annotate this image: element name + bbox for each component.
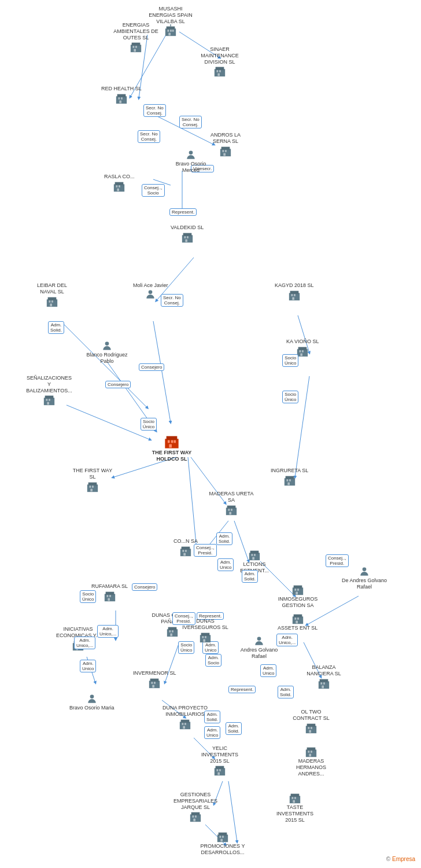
copyright: © Empresa [386,856,415,862]
svg-rect-45 [217,73,220,76]
svg-rect-59 [116,185,118,187]
taste-investments-node: TASTE INVESTMENTS 2015 SL [272,792,318,823]
svg-rect-82 [302,350,304,352]
maderas-ureta-label: MADERAS URETA SA [208,491,254,503]
maderas-ureta-node: MADERAS URETA SA [208,491,254,516]
yelic-node: YELIC INVESTMENTS 2015 SL [197,745,243,777]
svg-rect-169 [216,766,224,770]
svg-rect-101 [285,476,294,479]
svg-rect-175 [308,751,310,753]
svg-rect-124 [109,595,111,597]
svg-rect-132 [168,627,177,630]
svg-rect-130 [296,592,298,595]
ambientales-node: ENERGIAS AMBIENTALES DE OUTES SL [113,22,159,53]
gestiones-label: GESTIONES EMPRESARIALES JARQUE SL [172,792,219,810]
svg-rect-117 [252,554,253,556]
badge-adm-solid-duna: Adm.Solid. [204,711,220,723]
svg-rect-77 [292,297,294,300]
svg-rect-166 [311,727,312,729]
badge-secr-no-consej-4: Secr. NoConsej. [161,294,183,307]
svg-line-8 [61,321,147,408]
badge-socio-unico-1: SocioÚnico [282,354,298,367]
taste-investments-label: TASTE INVESTMENTS 2015 SL [272,804,318,823]
svg-rect-74 [290,290,298,294]
rasla-label: RASLA CO... [104,174,135,180]
rufamara-node: RUFAMARA SL [91,583,128,602]
svg-rect-128 [295,589,297,591]
svg-rect-66 [185,239,187,242]
svg-rect-53 [223,150,224,152]
svg-rect-143 [294,617,296,620]
copyright-brand: Empresa [392,856,415,862]
svg-rect-133 [169,630,171,632]
svg-rect-99 [90,488,93,491]
svg-point-72 [149,290,153,294]
svg-rect-125 [108,598,110,601]
svg-rect-160 [182,723,184,725]
svg-rect-86 [46,399,48,402]
svg-rect-191 [222,836,224,838]
svg-rect-38 [133,46,135,49]
svg-rect-154 [320,679,328,682]
svg-rect-162 [183,726,185,729]
yelic-label: YELIC INVESTMENTS 2015 SL [197,745,243,764]
svg-rect-145 [296,621,298,624]
svg-rect-192 [220,839,223,842]
kagyd-node: KAGYD 2018 SL [275,282,314,301]
leibar-node: LEIBAR DEL NAVAL SL [29,282,75,308]
diverseguros-label: DUNAS IVERSEGUROS SL [182,618,228,631]
andres-golvano-node: Andres Golvano Rafael [236,635,282,660]
senalizaciones-node: SEÑALIZACIONES Y BALIZAMIENTOS... [26,375,72,406]
svg-rect-44 [219,71,221,73]
svg-rect-91 [168,440,170,443]
svg-rect-112 [183,550,184,552]
svg-rect-104 [287,482,290,485]
the-first-way-holdco-node: SocioÚnico THE FIRST WAY HOLDCO SL [149,418,195,462]
svg-rect-155 [321,682,323,685]
svg-rect-102 [286,479,288,481]
badge-represent-duna: Represent. [228,686,256,693]
bravo-maria-label: Bravo Osorio Maria [69,705,115,711]
svg-rect-185 [292,797,294,799]
svg-rect-43 [217,71,219,73]
svg-rect-106 [227,505,236,509]
badge-represent-1: Represent. [169,208,197,216]
svg-rect-85 [45,396,54,399]
svg-rect-80 [298,347,307,350]
svg-rect-81 [300,350,301,352]
moli-ace-label: Moli Ace Javier [133,282,168,289]
svg-rect-60 [119,185,120,187]
maderas-hermanos-label: MADERAS HERMANOS ANDRES... [288,758,334,777]
svg-point-120 [363,568,367,572]
svg-rect-167 [309,730,311,733]
svg-rect-189 [219,833,227,836]
svg-rect-127 [294,586,302,589]
svg-rect-109 [229,512,231,514]
bravo-maria-node: Bravo Osorio Maria [69,693,115,711]
svg-rect-107 [228,509,230,511]
assets-ent-label: ASSETS ENT SL [278,625,317,631]
ingrureta-node: INGRURETA SL [271,468,308,487]
corporate-diagram: MUSASHI ENERGIAS SPAIN VILALBA SL ENERGI… [0,0,421,868]
svg-rect-122 [105,591,114,594]
rasla-node: RASLA CO... [104,174,135,193]
svg-rect-116 [250,551,259,554]
svg-rect-194 [201,632,210,636]
svg-rect-61 [117,188,120,191]
duna-proyecto-label: DUNA PROYECTO INMOBILIARIOS [162,705,208,718]
svg-rect-184 [291,794,300,797]
andros-label: ANDROS LA SERNA SL [202,132,249,145]
svg-rect-50 [119,100,121,103]
svg-rect-68 [48,297,57,300]
svg-rect-165 [308,727,310,729]
bravo-merced-node: Bravo Osorio Merced [168,149,214,174]
de-andres-node: De Andres Golvano Rafael [341,566,387,590]
svg-rect-182 [193,819,195,822]
svg-rect-75 [291,294,293,296]
badge-socio-unico-3: SocioÚnico [80,590,96,603]
svg-rect-97 [90,486,91,488]
svg-rect-48 [118,97,120,100]
svg-rect-64 [184,236,186,238]
svg-rect-179 [191,812,200,816]
svg-rect-34 [168,33,171,36]
